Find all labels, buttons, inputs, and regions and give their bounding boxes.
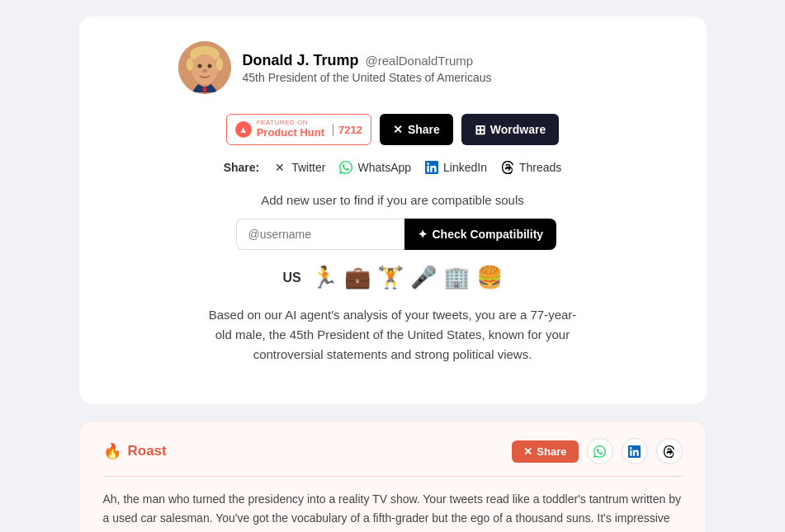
wordware-btn-label: Wordware	[490, 123, 546, 136]
check-btn-icon: ✦	[418, 228, 428, 241]
roast-threads-button[interactable]	[656, 438, 683, 464]
profile-name: Donald J. Trump	[243, 52, 359, 69]
svg-point-3	[197, 64, 201, 68]
analysis-text: Based on our AI agent's analysis of your…	[203, 305, 583, 365]
profile-bio: 45th President of the United States of A…	[243, 71, 492, 84]
country-label: US	[282, 271, 300, 285]
profile-section: Donald J. Trump @realDonaldTrump 45th Pr…	[112, 41, 492, 94]
emoji-lifter: 🏋️	[377, 265, 404, 290]
roast-header: 🔥 Roast ✕ Share	[103, 438, 683, 464]
roast-whatsapp-button[interactable]	[587, 438, 613, 464]
threads-share-link[interactable]: Threads	[500, 160, 561, 175]
emoji-briefcase: 💼	[344, 265, 371, 290]
emoji-mic: 🎤	[410, 265, 437, 290]
profile-handle: @realDonaldTrump	[366, 54, 474, 68]
share-btn-label: Share	[408, 123, 440, 136]
whatsapp-share-link[interactable]: WhatsApp	[338, 160, 411, 175]
roast-linkedin-button[interactable]	[622, 438, 648, 464]
whatsapp-link-label: WhatsApp	[357, 161, 411, 174]
svg-point-8	[216, 58, 223, 71]
emoji-runner: 🏃	[311, 265, 338, 290]
product-hunt-badge[interactable]: ▲ FEATURED ON Product Hunt 7212	[226, 114, 371, 145]
svg-point-5	[202, 69, 207, 73]
avatar	[178, 41, 231, 94]
twitter-link-label: Twitter	[291, 161, 325, 174]
svg-point-7	[187, 58, 193, 71]
compatibility-label: Add new user to find if you are compatib…	[261, 193, 524, 207]
ph-name: Product Hunt	[257, 127, 324, 139]
wordware-logo-icon: ⊞	[475, 122, 485, 138]
emoji-office: 🏢	[443, 265, 470, 290]
profile-name-row: Donald J. Trump @realDonaldTrump	[243, 52, 492, 69]
roast-share-x-icon: ✕	[523, 445, 532, 458]
input-row: ✦ Check Compatibility	[236, 219, 550, 250]
emoji-burger: 🍔	[476, 265, 503, 290]
emojis-row: US 🏃 💼 🏋️ 🎤 🏢 🍔	[282, 265, 502, 290]
threads-link-label: Threads	[519, 161, 561, 174]
threads-icon	[500, 160, 515, 175]
product-hunt-icon: ▲	[235, 121, 252, 138]
check-compatibility-button[interactable]: ✦ Check Compatibility	[404, 219, 557, 250]
roast-text: Ah, the man who turned the presidency in…	[103, 490, 683, 532]
share-label: Share:	[224, 161, 260, 174]
whatsapp-icon	[338, 160, 353, 175]
profile-info: Donald J. Trump @realDonaldTrump 45th Pr…	[243, 52, 492, 84]
roast-title-text: Roast	[128, 443, 167, 459]
roast-actions: ✕ Share	[512, 438, 682, 464]
twitter-icon: ✕	[272, 160, 287, 175]
twitter-share-link[interactable]: ✕ Twitter	[272, 160, 325, 175]
linkedin-link-label: LinkedIn	[443, 161, 487, 174]
main-card: Donald J. Trump @realDonaldTrump 45th Pr…	[79, 16, 707, 404]
roast-card: 🔥 Roast ✕ Share Ah, the man who turned t…	[79, 421, 707, 532]
linkedin-share-link[interactable]: LinkedIn	[424, 160, 487, 175]
svg-point-4	[207, 64, 211, 68]
check-btn-label: Check Compatibility	[433, 228, 544, 241]
wordware-button[interactable]: ⊞ Wordware	[461, 114, 559, 145]
fire-icon: 🔥	[103, 442, 121, 460]
action-buttons-row: ▲ FEATURED ON Product Hunt 7212 ✕ Share …	[226, 114, 560, 145]
roast-divider	[103, 476, 683, 477]
roast-share-label: Share	[537, 445, 566, 458]
linkedin-icon	[424, 160, 439, 175]
username-input[interactable]	[236, 219, 404, 250]
compatibility-section: Add new user to find if you are compatib…	[112, 193, 674, 365]
roast-title: 🔥 Roast	[103, 442, 167, 460]
share-x-button[interactable]: ✕ Share	[380, 114, 453, 145]
ph-count: 7212	[333, 124, 362, 136]
share-row: Share: ✕ Twitter WhatsApp LinkedIn Threa…	[224, 160, 562, 175]
roast-share-button[interactable]: ✕ Share	[512, 440, 578, 463]
product-hunt-text: FEATURED ON Product Hunt	[257, 120, 324, 139]
x-icon: ✕	[393, 123, 403, 136]
